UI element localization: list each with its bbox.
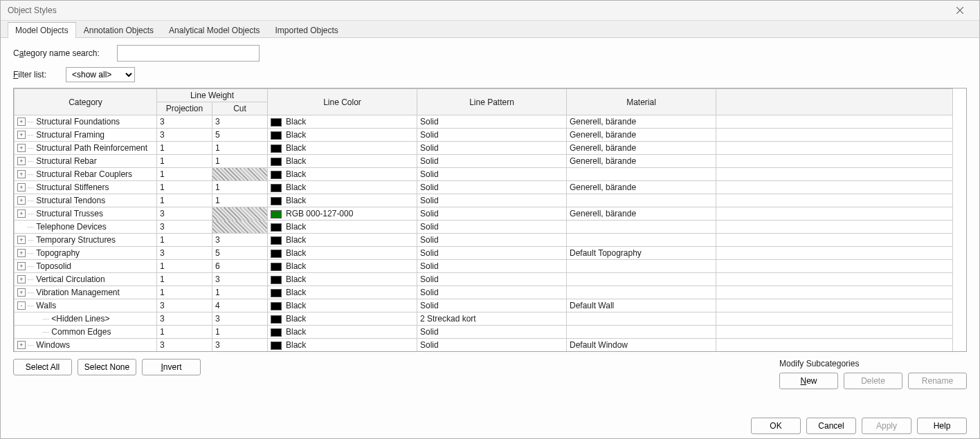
cut-cell[interactable]: 5 xyxy=(212,129,268,142)
line-pattern-cell[interactable]: 2 Streckad kort xyxy=(417,312,567,326)
table-row[interactable]: ····<Hidden Lines>33Black2 Streckad kort xyxy=(15,312,953,326)
col-cut[interactable]: Cut xyxy=(212,102,268,115)
cut-cell[interactable] xyxy=(212,221,268,234)
line-pattern-cell[interactable]: Solid xyxy=(417,260,567,273)
delete-subcategory-button[interactable]: Delete xyxy=(844,373,902,389)
projection-cell[interactable]: 3 xyxy=(157,312,212,326)
line-color-cell[interactable]: Black xyxy=(268,260,417,273)
tree-expand-icon[interactable]: + xyxy=(17,288,26,297)
material-cell[interactable] xyxy=(567,286,716,299)
line-pattern-cell[interactable]: Solid xyxy=(417,142,567,155)
table-row[interactable]: -····Walls34BlackSolidDefault Wall xyxy=(15,299,953,312)
tree-expand-icon[interactable]: + xyxy=(17,144,26,152)
cut-cell[interactable]: 3 xyxy=(212,234,268,247)
cancel-button[interactable]: Cancel xyxy=(806,418,856,434)
tree-expand-icon[interactable]: + xyxy=(17,262,26,270)
table-row[interactable]: +····Structural Tendons11BlackSolid xyxy=(15,194,953,207)
material-cell[interactable] xyxy=(567,260,716,273)
material-cell[interactable]: Default Window xyxy=(567,339,716,352)
help-button[interactable]: Help xyxy=(917,418,967,434)
cut-cell[interactable]: 5 xyxy=(212,247,268,260)
table-row[interactable]: +····Vibration Management11BlackSolid xyxy=(15,286,953,299)
col-projection[interactable]: Projection xyxy=(157,102,212,115)
apply-button[interactable]: Apply xyxy=(862,418,911,434)
projection-cell[interactable]: 3 xyxy=(157,299,212,312)
cut-cell[interactable]: 1 xyxy=(212,181,268,194)
line-pattern-cell[interactable]: Solid xyxy=(417,273,567,286)
tree-expand-icon[interactable]: + xyxy=(17,341,26,349)
line-pattern-cell[interactable]: Solid xyxy=(417,326,567,339)
projection-cell[interactable]: 3 xyxy=(157,247,212,260)
tree-expand-icon[interactable]: + xyxy=(17,183,26,192)
tree-expand-icon[interactable]: + xyxy=(17,275,26,283)
material-cell[interactable]: Generell, bärande xyxy=(567,207,716,221)
line-pattern-cell[interactable]: Solid xyxy=(417,339,567,352)
table-row[interactable]: +····Vertical Circulation13BlackSolid xyxy=(15,273,953,286)
category-table-scroll[interactable]: Category Line Weight Line Color Line Pat… xyxy=(13,88,967,352)
line-color-cell[interactable]: Black xyxy=(268,115,417,129)
search-input[interactable] xyxy=(117,45,260,62)
table-row[interactable]: +····Structural Rebar11BlackSolidGenerel… xyxy=(15,155,953,168)
projection-cell[interactable]: 1 xyxy=(157,234,212,247)
line-color-cell[interactable]: Black xyxy=(268,312,417,326)
cut-cell[interactable]: 1 xyxy=(212,286,268,299)
line-color-cell[interactable]: Black xyxy=(268,326,417,339)
table-row[interactable]: +····Structural Rebar Couplers1BlackSoli… xyxy=(15,168,953,181)
projection-cell[interactable]: 1 xyxy=(157,155,212,168)
line-pattern-cell[interactable]: Solid xyxy=(417,129,567,142)
material-cell[interactable]: Generell, bärande xyxy=(567,115,716,129)
material-cell[interactable] xyxy=(567,234,716,247)
col-line-weight[interactable]: Line Weight xyxy=(157,89,268,102)
material-cell[interactable] xyxy=(567,312,716,326)
projection-cell[interactable]: 3 xyxy=(157,115,212,129)
cut-cell[interactable]: 3 xyxy=(212,339,268,352)
projection-cell[interactable]: 3 xyxy=(157,221,212,234)
new-subcategory-button[interactable]: New xyxy=(779,373,838,389)
tab-annotation-objects[interactable]: Annotation Objects xyxy=(76,22,161,38)
cut-cell[interactable]: 3 xyxy=(212,273,268,286)
line-pattern-cell[interactable]: Solid xyxy=(417,207,567,221)
line-color-cell[interactable]: Black xyxy=(268,142,417,155)
material-cell[interactable] xyxy=(567,326,716,339)
projection-cell[interactable]: 1 xyxy=(157,273,212,286)
cut-cell[interactable]: 4 xyxy=(212,299,268,312)
tree-expand-icon[interactable]: + xyxy=(17,249,26,257)
material-cell[interactable]: Default Wall xyxy=(567,299,716,312)
material-cell[interactable] xyxy=(567,168,716,181)
cut-cell[interactable]: 1 xyxy=(212,326,268,339)
material-cell[interactable] xyxy=(567,194,716,207)
line-color-cell[interactable]: Black xyxy=(268,168,417,181)
line-pattern-cell[interactable]: Solid xyxy=(417,234,567,247)
line-color-cell[interactable]: Black xyxy=(268,221,417,234)
table-row[interactable]: ····Common Edges11BlackSolid xyxy=(15,326,953,339)
projection-cell[interactable]: 1 xyxy=(157,168,212,181)
col-category[interactable]: Category xyxy=(15,89,157,115)
table-row[interactable]: ····Telephone Devices3BlackSolid xyxy=(15,221,953,234)
material-cell[interactable]: Generell, bärande xyxy=(567,142,716,155)
table-row[interactable]: +····Structural Trusses3RGB 000-127-000S… xyxy=(15,207,953,221)
material-cell[interactable]: Generell, bärande xyxy=(567,155,716,168)
table-row[interactable]: +····Structural Path Reinforcement11Blac… xyxy=(15,142,953,155)
close-button[interactable] xyxy=(947,3,972,17)
line-pattern-cell[interactable]: Solid xyxy=(417,299,567,312)
line-color-cell[interactable]: Black xyxy=(268,155,417,168)
tree-expand-icon[interactable]: + xyxy=(17,157,26,165)
line-color-cell[interactable]: RGB 000-127-000 xyxy=(268,207,417,221)
table-row[interactable]: +····Topography35BlackSolidDefault Topog… xyxy=(15,247,953,260)
cut-cell[interactable] xyxy=(212,168,268,181)
tab-analytical-model-objects[interactable]: Analytical Model Objects xyxy=(161,22,267,38)
projection-cell[interactable]: 3 xyxy=(157,207,212,221)
line-color-cell[interactable]: Black xyxy=(268,299,417,312)
tree-expand-icon[interactable]: + xyxy=(17,236,26,244)
cut-cell[interactable]: 3 xyxy=(212,115,268,129)
line-pattern-cell[interactable]: Solid xyxy=(417,115,567,129)
material-cell[interactable]: Generell, bärande xyxy=(567,181,716,194)
line-pattern-cell[interactable]: Solid xyxy=(417,194,567,207)
projection-cell[interactable]: 1 xyxy=(157,260,212,273)
filter-select[interactable]: <show all> xyxy=(66,67,135,82)
line-pattern-cell[interactable]: Solid xyxy=(417,247,567,260)
select-none-button[interactable]: Select None xyxy=(78,359,136,375)
line-color-cell[interactable]: Black xyxy=(268,286,417,299)
tree-expand-icon[interactable]: + xyxy=(17,196,26,205)
table-row[interactable]: +····Windows33BlackSolidDefault Window xyxy=(15,339,953,352)
